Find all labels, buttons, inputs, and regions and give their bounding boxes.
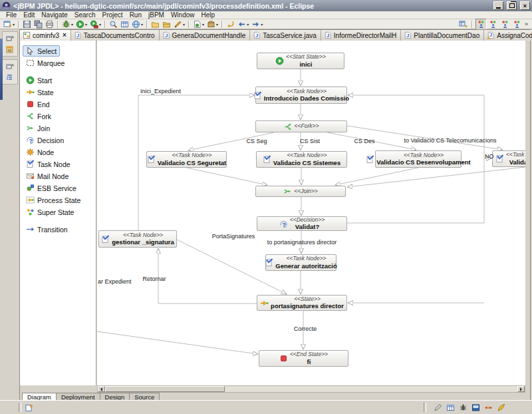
palette-item-transition[interactable]: Transition xyxy=(23,224,71,235)
palette-item-process-state[interactable]: Process State xyxy=(23,194,84,206)
palette-item-mail-node[interactable]: Mail Node xyxy=(23,170,72,182)
minimize-button[interactable] xyxy=(493,1,503,10)
node-validacio-cs-seguretat[interactable]: <<Task Node>>Validacio CS Seguretat xyxy=(146,151,227,168)
new-class-button[interactable]: ▾ xyxy=(192,19,205,29)
menu-search[interactable]: Search xyxy=(71,11,99,19)
launch-icon[interactable] xyxy=(497,403,505,412)
dropdown-arrow-icon[interactable]: ▾ xyxy=(216,22,218,27)
palette-item-start[interactable]: Start xyxy=(23,75,55,86)
perspective-4-button[interactable] xyxy=(511,19,523,30)
editor-tab-cominfv3[interactable]: cominfv3× xyxy=(20,30,71,41)
print-button[interactable] xyxy=(45,19,55,29)
menu-run[interactable]: Run xyxy=(126,11,145,19)
menu-project[interactable]: Project xyxy=(99,11,126,19)
editor-tab-tascaservice-java[interactable]: JTascaService.java xyxy=(250,30,321,41)
node-validacio-cs-desenvolupament[interactable]: <<Task Node>>Validacio CS Desenvolupamen… xyxy=(375,150,462,168)
restore-view-icon[interactable] xyxy=(5,62,14,71)
table-icon[interactable] xyxy=(446,403,455,412)
package-explorer-icon[interactable] xyxy=(5,45,14,54)
external-tools-button[interactable]: ▾ xyxy=(89,19,102,29)
palette-item-super-state[interactable]: Super State xyxy=(23,206,77,218)
dropdown-arrow-icon[interactable]: ▾ xyxy=(85,22,87,27)
restore-view-icon[interactable] xyxy=(5,34,14,43)
diagram-canvas[interactable]: <<Start State>>inici<<Task Node>>Introdu… xyxy=(97,41,525,385)
palette-item-end[interactable]: End xyxy=(23,99,53,110)
dropdown-arrow-icon[interactable]: ▾ xyxy=(202,22,204,27)
last-edit-button[interactable] xyxy=(225,19,235,29)
palette-item-decision[interactable]: ?Decision xyxy=(23,134,67,146)
node-validat[interactable]: ?<<Decision>>Validat? xyxy=(257,216,347,231)
palette-item-select[interactable]: Select xyxy=(23,45,60,57)
node-validacio-cs-sistemes[interactable]: <<Task Node>>Validacio CS Sistemes xyxy=(256,151,347,168)
save-all-button[interactable] xyxy=(33,19,43,29)
editor-tab-informedirectormailh[interactable]: JInformeDirectorMailH xyxy=(321,30,401,41)
restore-button[interactable] xyxy=(507,1,517,10)
menu-jbpm[interactable]: jBPM xyxy=(145,11,168,19)
folder-open-button[interactable] xyxy=(150,19,160,29)
horizontal-scrollbar[interactable] xyxy=(97,385,525,393)
scroll-right-icon[interactable] xyxy=(517,386,525,392)
editor-tab-tascadocumentscontro[interactable]: JTascaDocumentsContro xyxy=(71,30,160,41)
node-fork[interactable]: <<Fork>> xyxy=(255,120,347,132)
node-inici[interactable]: <<Start State>>inici xyxy=(257,53,344,69)
dropdown-arrow-icon[interactable]: ▾ xyxy=(247,22,249,27)
outline-icon[interactable] xyxy=(5,73,14,82)
palette-item-node[interactable]: Node xyxy=(23,146,57,158)
fast-view-item-icon[interactable] xyxy=(25,403,33,412)
scrollbar-thumb[interactable] xyxy=(105,386,225,392)
close-button[interactable]: × xyxy=(520,1,530,10)
node-join[interactable]: <<Join>> xyxy=(255,186,346,197)
server-bug-icon[interactable] xyxy=(459,403,467,412)
perspective-overflow-button[interactable]: » xyxy=(523,21,529,27)
debug-button[interactable]: ▾ xyxy=(61,19,74,29)
node-gestionar-signatura[interactable]: <<Task Node>>gestionar _signatura xyxy=(98,230,177,248)
dropdown-arrow-icon[interactable]: ▾ xyxy=(71,22,73,27)
web-browser-button[interactable]: ▾ xyxy=(131,19,144,29)
close-tab-icon[interactable]: × xyxy=(63,32,66,39)
dropdown-arrow-icon[interactable]: ▾ xyxy=(141,22,143,27)
dropdown-arrow-icon[interactable]: ▾ xyxy=(99,22,101,27)
node-portasignatures-director[interactable]: <<State>>portasignatures director xyxy=(257,295,347,311)
console-icon[interactable] xyxy=(471,403,480,412)
back-button[interactable]: ▾ xyxy=(237,19,249,29)
node-fi[interactable]: <<End State>>fi xyxy=(259,350,348,367)
palette-item-fork[interactable]: Fork xyxy=(23,110,55,122)
dropdown-arrow-icon[interactable]: ▾ xyxy=(183,22,185,27)
palette-item-esb-service[interactable]: ESB Service xyxy=(23,182,80,194)
editor-tab-generadocumenthandle[interactable]: JGeneraDocumentHandle xyxy=(160,30,251,41)
dropdown-arrow-icon[interactable]: ▾ xyxy=(261,22,263,27)
open-type-button[interactable] xyxy=(108,19,118,29)
node-generar-autoritzacio[interactable]: <<Task Node>>Generar autorització xyxy=(265,254,336,271)
writable-icon[interactable] xyxy=(434,403,442,412)
palette-item-join[interactable]: Join xyxy=(23,122,53,134)
menu-window[interactable]: Window xyxy=(168,11,198,19)
open-perspective-button[interactable] xyxy=(458,19,469,30)
paint-button[interactable]: ▾ xyxy=(173,19,186,29)
run-button[interactable]: ▾ xyxy=(75,19,88,29)
folder-button[interactable] xyxy=(162,19,172,29)
palette-item-marquee[interactable]: Marquee xyxy=(23,57,68,69)
perspective-1-button[interactable] xyxy=(475,19,487,30)
menu-navigate[interactable]: Navigate xyxy=(38,11,70,19)
table-button[interactable] xyxy=(120,19,130,29)
palette-item-state[interactable]: State xyxy=(23,87,57,98)
perspective-3-button[interactable] xyxy=(499,19,511,30)
new-wizard-button[interactable]: ▾ xyxy=(3,19,15,29)
palette-item-task-node[interactable]: Task Node xyxy=(23,158,74,170)
ant-build-icon[interactable] xyxy=(484,403,493,412)
menu-edit[interactable]: Edit xyxy=(20,11,38,19)
menu-help[interactable]: Help xyxy=(198,11,218,19)
editor-tab-plantilladocumentdao[interactable]: JPlantillaDocumentDao xyxy=(401,30,484,41)
save-button[interactable] xyxy=(22,19,32,29)
editor-tab-assignacodicomissioh[interactable]: JAssignaCodiComissioH xyxy=(484,30,532,41)
menu-file[interactable]: File xyxy=(3,11,20,19)
dropdown-arrow-icon[interactable]: ▾ xyxy=(13,22,15,27)
palette-item-label: Join xyxy=(37,124,50,132)
scrollbar-track[interactable] xyxy=(225,386,517,392)
forward-button[interactable]: ▾ xyxy=(251,19,263,29)
node-validacio-cs-telecomunicacions[interactable]: <<Task Node>>Validació C xyxy=(492,150,525,167)
scroll-left-icon[interactable] xyxy=(98,386,105,392)
perspective-2-button[interactable] xyxy=(487,19,499,30)
new-package-button[interactable]: ▾ xyxy=(206,19,219,29)
node-introduccio-dades-comissio[interactable]: <<Task Node>>Introduccio Dades Comissio xyxy=(255,87,347,104)
